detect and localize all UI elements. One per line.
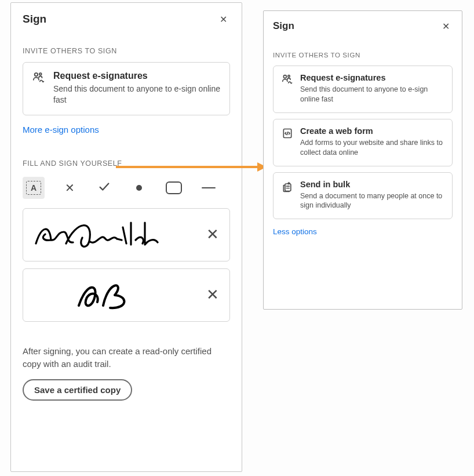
people-sign-icon <box>282 74 293 86</box>
card-body: Send in bulk Send a document to many peo… <box>300 180 444 211</box>
svg-rect-8 <box>285 184 291 191</box>
cross-icon: ✕ <box>65 181 75 195</box>
close-icon: ✕ <box>206 286 219 303</box>
svg-point-4 <box>283 75 286 78</box>
card-description: Send a document to many people at once t… <box>300 191 444 211</box>
close-icon: ✕ <box>206 226 219 243</box>
tool-add-circle[interactable] <box>164 178 184 198</box>
more-esign-options-link[interactable]: More e-sign options <box>23 125 99 135</box>
tool-add-check[interactable] <box>94 178 114 198</box>
svg-point-5 <box>288 75 290 77</box>
delete-initials-button[interactable]: ✕ <box>204 286 221 304</box>
rounded-rect-icon <box>166 181 182 194</box>
signature-preview[interactable]: ✕ <box>23 208 230 261</box>
web-form-icon <box>282 128 293 139</box>
close-button[interactable]: ✕ <box>216 12 230 26</box>
send-bulk-icon <box>282 181 293 192</box>
card-send-in-bulk[interactable]: Send in bulk Send a document to many peo… <box>273 172 453 220</box>
sign-panel-expanded: Sign ✕ INVITE OTHERS TO SIGN Request e-s… <box>263 10 462 310</box>
section-label-fill: FILL AND SIGN YOURSELF <box>23 159 230 168</box>
panel-header: Sign ✕ <box>23 12 230 26</box>
panel-title: Sign <box>23 13 46 26</box>
svg-point-0 <box>35 73 38 76</box>
less-options-link[interactable]: Less options <box>273 227 317 236</box>
card-body: Request e-signatures Send this document … <box>53 71 220 106</box>
people-sign-icon <box>32 72 45 85</box>
card-description: Add forms to your website and share link… <box>300 138 444 158</box>
card-description: Send this document to anyone to e-sign o… <box>53 83 220 106</box>
panel-title: Sign <box>273 20 294 32</box>
close-icon: ✕ <box>220 14 227 25</box>
card-title: Request e-signatures <box>300 73 444 82</box>
card-description: Send this document to anyone to e-sign o… <box>300 85 444 104</box>
card-title: Send in bulk <box>300 180 444 189</box>
close-button[interactable]: ✕ <box>439 19 453 33</box>
panel-header: Sign ✕ <box>273 19 453 33</box>
sign-panel-collapsed: Sign ✕ INVITE OTHERS TO SIGN Request e-s… <box>10 2 242 472</box>
svg-point-1 <box>39 73 42 75</box>
card-body: Request e-signatures Send this document … <box>300 73 444 104</box>
signature-image <box>31 215 165 255</box>
card-title: Create a web form <box>300 126 444 136</box>
close-icon: ✕ <box>442 21 450 32</box>
save-certified-copy-button[interactable]: Save a certified copy <box>23 379 132 401</box>
fill-tools-row: A ✕ <box>23 175 230 201</box>
tool-add-line[interactable] <box>199 178 218 198</box>
section-label-invite: INVITE OTHERS TO SIGN <box>273 52 453 59</box>
card-body: Create a web form Add forms to your webs… <box>300 126 444 158</box>
card-title: Request e-signatures <box>53 71 220 81</box>
check-icon <box>98 180 111 195</box>
text-box-icon: A <box>26 181 41 195</box>
line-icon <box>202 187 216 189</box>
card-create-web-form[interactable]: Create a web form Add forms to your webs… <box>273 119 453 166</box>
initials-preview[interactable]: ✕ <box>23 268 230 322</box>
certified-copy-hint: After signing, you can create a read-onl… <box>23 345 230 370</box>
section-label-invite: INVITE OTHERS TO SIGN <box>23 47 230 55</box>
tool-add-cross[interactable]: ✕ <box>60 178 79 198</box>
card-request-signatures[interactable]: Request e-signatures Send this document … <box>273 66 453 113</box>
delete-signature-button[interactable]: ✕ <box>204 226 221 244</box>
dot-icon <box>136 185 142 191</box>
svg-line-7 <box>287 132 288 135</box>
initials-image <box>31 277 136 314</box>
tool-add-dot[interactable] <box>129 178 149 198</box>
tool-add-text[interactable]: A <box>23 177 45 199</box>
card-request-signatures[interactable]: Request e-signatures Send this document … <box>23 62 230 115</box>
